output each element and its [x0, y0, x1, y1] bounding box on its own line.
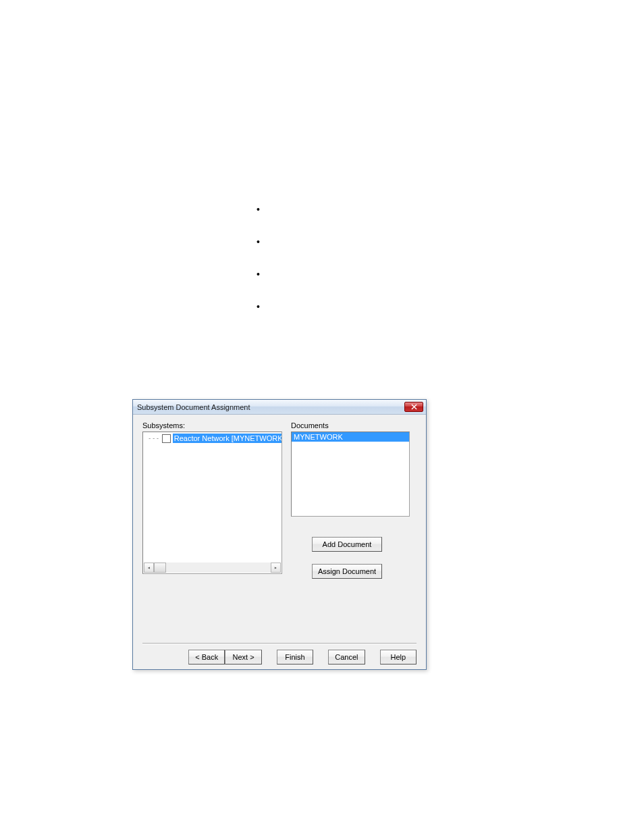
tree-item-label: Reactor Network [MYNETWORK] [173, 434, 281, 443]
bullet-item: • [257, 237, 260, 246]
bullet-list: • • • • [257, 205, 260, 334]
close-icon [411, 403, 417, 411]
separator [142, 643, 417, 644]
dialog-title: Subsystem Document Assignment [137, 403, 404, 411]
tree-content: --- Reactor Network [MYNETWORK] [143, 432, 281, 564]
subsystem-document-assignment-dialog: Subsystem Document Assignment Subsystems… [132, 399, 427, 670]
bullet-item: • [257, 269, 260, 279]
dialog-footer: < Back Next > Finish Cancel Help [133, 650, 426, 664]
dialog-body: Subsystems: --- Reactor Network [MYNETWO… [133, 415, 426, 669]
bullet-item: • [257, 302, 260, 311]
cancel-button[interactable]: Cancel [328, 650, 365, 664]
horizontal-scrollbar[interactable]: ◂ ▸ [144, 563, 281, 573]
documents-panel: Documents MYNETWORK [291, 421, 417, 517]
subsystems-panel: Subsystems: --- Reactor Network [MYNETWO… [142, 421, 282, 574]
list-item-label: MYNETWORK [294, 433, 343, 441]
titlebar[interactable]: Subsystem Document Assignment [133, 400, 426, 415]
scroll-track[interactable] [154, 563, 271, 573]
subsystems-label: Subsystems: [142, 421, 282, 429]
documents-list[interactable]: MYNETWORK [291, 432, 410, 517]
tree-item[interactable]: --- Reactor Network [MYNETWORK] [144, 433, 281, 444]
scroll-left-arrow-icon[interactable]: ◂ [144, 563, 154, 573]
scroll-right-arrow-icon[interactable]: ▸ [271, 563, 281, 573]
close-button[interactable] [404, 402, 423, 412]
list-item[interactable]: MYNETWORK [292, 432, 409, 442]
help-button[interactable]: Help [380, 650, 417, 664]
next-button[interactable]: Next > [225, 650, 261, 664]
documents-label: Documents [291, 421, 417, 429]
tree-checkbox[interactable] [162, 434, 171, 443]
back-button[interactable]: < Back [188, 650, 225, 664]
scroll-thumb[interactable] [154, 563, 166, 573]
assign-document-button[interactable]: Assign Document [312, 564, 382, 579]
finish-button[interactable]: Finish [277, 650, 313, 664]
tree-connector-icon: --- [144, 435, 162, 442]
add-document-button[interactable]: Add Document [312, 537, 382, 552]
subsystems-tree[interactable]: --- Reactor Network [MYNETWORK] ◂ ▸ [142, 432, 282, 574]
bullet-item: • [257, 205, 260, 214]
